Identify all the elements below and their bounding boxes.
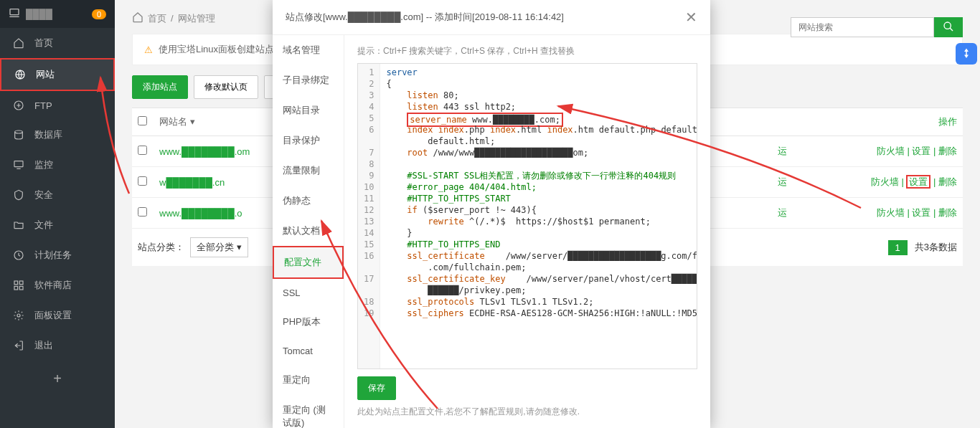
- warning-icon: ⚠: [144, 44, 153, 55]
- status-cell: 运: [778, 145, 849, 158]
- logout-icon: [13, 340, 26, 351]
- notification-badge[interactable]: 0: [92, 9, 106, 19]
- sidebar-item-ftp[interactable]: FTP: [0, 91, 115, 120]
- sidebar: ████ 0 首页网站FTP数据库监控安全文件计划任务软件商店面板设置退出 +: [0, 0, 115, 428]
- sidebar-item-shield[interactable]: 安全: [0, 180, 115, 210]
- delete-link[interactable]: 删除: [938, 207, 957, 218]
- delete-link[interactable]: 删除: [938, 176, 957, 187]
- home-icon: [13, 37, 26, 49]
- svg-point-10: [17, 314, 20, 317]
- svg-rect-7: [19, 281, 23, 285]
- globe-icon: [14, 69, 27, 80]
- modal-nav-item[interactable]: 网站目录: [273, 95, 344, 125]
- modal-nav-item[interactable]: 重定向: [273, 365, 344, 395]
- site-name-link[interactable]: www.████████.o: [159, 208, 242, 219]
- settings-link[interactable]: 设置: [912, 146, 930, 156]
- sidebar-item-label: 数据库: [34, 128, 62, 141]
- sort-icon: ▾: [190, 116, 195, 127]
- svg-rect-4: [14, 161, 23, 167]
- category-select[interactable]: 全部分类 ▾: [190, 237, 248, 257]
- sidebar-item-clock[interactable]: 计划任务: [0, 240, 115, 270]
- svg-point-11: [944, 22, 951, 29]
- filter-label: 站点分类：: [138, 241, 184, 254]
- hint-text: 提示：Ctrl+F 搜索关键字，Ctrl+S 保存，Ctrl+H 查找替换: [357, 45, 697, 57]
- ftp-icon: [13, 100, 26, 111]
- code-lines[interactable]: server{ listen 80; listen 443 ssl http2;…: [380, 64, 697, 368]
- row-checkbox[interactable]: [138, 207, 147, 217]
- chevron-down-icon: ▾: [237, 242, 242, 252]
- sidebar-item-apps[interactable]: 软件商店: [0, 270, 115, 300]
- shield-icon: [13, 189, 26, 201]
- firewall-link[interactable]: 防火墙: [871, 176, 899, 187]
- sidebar-add[interactable]: +: [0, 361, 115, 397]
- breadcrumb-sep: /: [171, 13, 174, 24]
- site-name-link[interactable]: w███████.cn: [159, 177, 225, 188]
- sidebar-item-label: 网站: [36, 68, 55, 81]
- modal-nav-item[interactable]: 子目录绑定: [273, 65, 344, 95]
- site-name-link[interactable]: www.████████.om: [159, 146, 250, 157]
- add-site-button[interactable]: 添加站点: [132, 75, 188, 99]
- save-button[interactable]: 保存: [357, 376, 396, 400]
- apps-icon: [13, 280, 26, 291]
- code-editor[interactable]: 123456 78910111213141516 17 1819 server{…: [357, 63, 697, 369]
- sidebar-item-label: 安全: [34, 189, 53, 201]
- breadcrumb-current: 网站管理: [178, 12, 215, 25]
- modal-title: 站点修改[www.████████.com] -- 添加时间[2019-08-1…: [286, 11, 564, 24]
- modal-nav-item[interactable]: 默认文档: [273, 216, 344, 246]
- home-icon: [132, 11, 143, 25]
- modal-nav-item[interactable]: SSL: [273, 279, 344, 307]
- search-button[interactable]: [934, 17, 963, 37]
- modal-nav-item[interactable]: 伪静态: [273, 186, 344, 216]
- warning-text: 使用宝塔Linux面板创建站点: [159, 43, 274, 56]
- sidebar-item-logout[interactable]: 退出: [0, 330, 115, 361]
- settings-link[interactable]: 设置: [912, 207, 930, 218]
- col-ops-header: 操作: [849, 115, 957, 128]
- gear-icon: [13, 310, 26, 321]
- laptop-icon: [9, 7, 20, 21]
- select-all-checkbox[interactable]: [138, 116, 147, 125]
- sidebar-item-label: 面板设置: [34, 309, 72, 322]
- row-checkbox[interactable]: [138, 176, 147, 186]
- modal-nav-item[interactable]: 域名管理: [273, 35, 344, 65]
- sidebar-item-monitor[interactable]: 监控: [0, 150, 115, 180]
- float-help-icon[interactable]: [956, 43, 977, 65]
- sidebar-item-database[interactable]: 数据库: [0, 120, 115, 150]
- sidebar-item-label: 软件商店: [34, 279, 72, 292]
- modal-nav-item[interactable]: 流量限制: [273, 156, 344, 186]
- sidebar-item-label: 文件: [34, 219, 53, 232]
- site-edit-modal: 站点修改[www.████████.com] -- 添加时间[2019-08-1…: [273, 0, 710, 428]
- row-checkbox[interactable]: [138, 146, 147, 155]
- firewall-link[interactable]: 防火墙: [877, 207, 905, 218]
- modal-nav-item[interactable]: Tomcat: [273, 337, 344, 365]
- sidebar-item-home[interactable]: 首页: [0, 28, 115, 58]
- total-count: 共3条数据: [915, 241, 957, 254]
- sidebar-item-folder[interactable]: 文件: [0, 210, 115, 240]
- sidebar-header: ████ 0: [0, 0, 115, 28]
- modal-nav-item[interactable]: 目录保护: [273, 125, 344, 156]
- firewall-link[interactable]: 防火墙: [877, 146, 905, 156]
- actions-cell: 防火墙 | 设置 | 删除: [849, 206, 957, 219]
- modal-content: 提示：Ctrl+F 搜索关键字，Ctrl+S 保存，Ctrl+H 查找替换 12…: [344, 35, 710, 428]
- modal-nav-item[interactable]: 配置文件: [273, 246, 344, 279]
- close-icon[interactable]: ✕: [685, 9, 697, 26]
- settings-link[interactable]: 设置: [906, 175, 930, 189]
- sidebar-item-gear[interactable]: 面板设置: [0, 300, 115, 330]
- database-icon: [13, 129, 26, 141]
- sidebar-title: ████: [26, 9, 52, 19]
- modify-default-button[interactable]: 修改默认页: [194, 75, 258, 99]
- svg-rect-0: [10, 9, 19, 15]
- folder-icon: [13, 219, 26, 231]
- modal-nav-item[interactable]: 重定向 (测试版): [273, 395, 344, 428]
- modal-nav: 域名管理子目录绑定网站目录目录保护流量限制伪静态默认文档配置文件SSLPHP版本…: [273, 35, 344, 428]
- breadcrumb-home[interactable]: 首页: [148, 12, 166, 25]
- actions-cell: 防火墙 | 设置 | 删除: [849, 145, 957, 158]
- delete-link[interactable]: 删除: [938, 146, 957, 156]
- sidebar-item-label: 监控: [34, 158, 53, 171]
- actions-cell: 防火墙 | 设置 | 删除: [849, 176, 957, 189]
- modal-nav-item[interactable]: PHP版本: [273, 307, 344, 337]
- pagination: 1 共3条数据: [888, 240, 957, 255]
- page-number[interactable]: 1: [888, 240, 908, 255]
- monitor-icon: [13, 159, 26, 171]
- search-input[interactable]: [791, 17, 934, 37]
- sidebar-item-globe[interactable]: 网站: [0, 58, 115, 91]
